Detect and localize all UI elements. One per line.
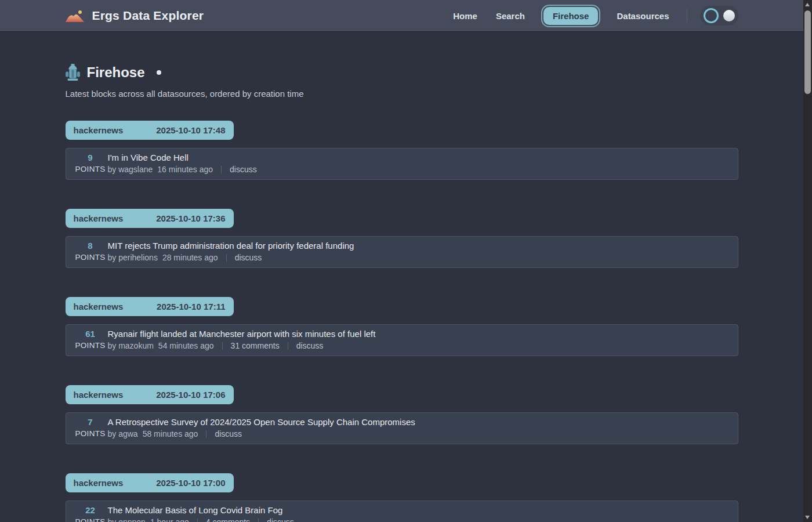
main-content: Firehose Latest blocks across all dataso… bbox=[66, 31, 738, 522]
points-value: 9 bbox=[75, 152, 106, 164]
block-author: by mazokum bbox=[108, 340, 154, 351]
app-title: Ergs Data Explorer bbox=[92, 9, 204, 23]
meta-divider bbox=[221, 166, 222, 173]
theme-dark-button[interactable] bbox=[704, 8, 719, 23]
viewport: Ergs Data Explorer HomeSearchFirehoseDat… bbox=[0, 0, 803, 522]
datasource-badge[interactable]: hackernews 2025-10-10 17:11 bbox=[66, 297, 234, 316]
block-meta: by wagslane 16 minutes ago discuss bbox=[108, 164, 257, 175]
block-age: 1 hour ago bbox=[150, 516, 189, 522]
block-card: 22 POINTS The Molecular Basis of Long Co… bbox=[66, 501, 738, 522]
meta-divider bbox=[197, 519, 198, 522]
brand[interactable]: Ergs Data Explorer bbox=[66, 9, 204, 23]
block-content: Ryanair flight landed at Manchester airp… bbox=[108, 328, 376, 351]
block-group: hackernews 2025-10-10 17:36 8 POINTS MIT… bbox=[66, 209, 738, 268]
block-title[interactable]: Ryanair flight landed at Manchester airp… bbox=[108, 328, 376, 340]
block-card: 7 POINTS A Retrospective Survey of 2024/… bbox=[66, 412, 738, 444]
datasource-name: hackernews bbox=[74, 390, 124, 400]
datasource-badge[interactable]: hackernews 2025-10-10 17:48 bbox=[66, 121, 234, 140]
nav-link-datasources[interactable]: Datasources bbox=[617, 8, 669, 24]
block-content: The Molecular Basis of Long Covid Brain … bbox=[108, 505, 294, 522]
block-title[interactable]: I'm in Vibe Code Hell bbox=[108, 152, 257, 164]
block-title[interactable]: A Retrospective Survey of 2024/2025 Open… bbox=[108, 416, 415, 428]
block-card: 8 POINTS MIT rejects Trump administratio… bbox=[66, 236, 738, 268]
discuss-link[interactable]: discuss bbox=[235, 252, 262, 263]
points-value: 61 bbox=[75, 328, 106, 340]
points-value: 8 bbox=[75, 240, 106, 252]
block-timestamp: 2025-10-10 17:48 bbox=[156, 125, 225, 135]
nav-link-search[interactable]: Search bbox=[496, 8, 525, 24]
comments-link[interactable]: 31 comments bbox=[231, 340, 280, 351]
points-value: 22 bbox=[75, 505, 106, 516]
block-author: by agwa bbox=[108, 428, 138, 440]
discuss-link[interactable]: discuss bbox=[296, 340, 324, 351]
points: 9 POINTS bbox=[75, 152, 106, 175]
block-title[interactable]: The Molecular Basis of Long Covid Brain … bbox=[108, 505, 294, 516]
block-card: 9 POINTS I'm in Vibe Code Hell by wagsla… bbox=[66, 148, 738, 180]
nav-divider bbox=[687, 9, 687, 23]
points: 7 POINTS bbox=[75, 416, 106, 440]
datasource-name: hackernews bbox=[74, 478, 124, 488]
block-group: hackernews 2025-10-10 17:11 61 POINTS Ry… bbox=[66, 297, 738, 356]
datasource-name: hackernews bbox=[74, 125, 124, 135]
navbar: Ergs Data Explorer HomeSearchFirehoseDat… bbox=[0, 0, 803, 31]
page-subtitle: Latest blocks across all datasources, or… bbox=[66, 89, 738, 99]
main-nav: HomeSearchFirehoseDatasources bbox=[453, 6, 738, 26]
block-author: by onnnon bbox=[108, 516, 146, 522]
nav-link-home[interactable]: Home bbox=[453, 8, 477, 24]
datasource-name: hackernews bbox=[74, 213, 124, 223]
scroll-down-arrow[interactable] bbox=[803, 513, 812, 522]
page-heading: Firehose bbox=[66, 64, 738, 81]
theme-toggle bbox=[700, 6, 738, 26]
datasource-badge[interactable]: hackernews 2025-10-10 17:36 bbox=[66, 209, 234, 228]
points-label: POINTS bbox=[75, 252, 106, 263]
points: 8 POINTS bbox=[75, 240, 106, 263]
nav-link-firehose[interactable]: Firehose bbox=[543, 7, 599, 25]
points: 22 POINTS bbox=[75, 505, 106, 522]
meta-divider bbox=[288, 342, 288, 350]
block-author: by perihelions bbox=[108, 252, 158, 263]
meta-divider bbox=[222, 342, 223, 350]
block-content: A Retrospective Survey of 2024/2025 Open… bbox=[108, 416, 415, 440]
points-label: POINTS bbox=[75, 340, 106, 351]
block-group: hackernews 2025-10-10 17:48 9 POINTS I'm… bbox=[66, 121, 738, 180]
block-content: I'm in Vibe Code Hell by wagslane 16 min… bbox=[108, 152, 257, 175]
block-meta: by mazokum 54 minutes ago 31 comments di… bbox=[108, 340, 376, 351]
block-title[interactable]: MIT rejects Trump administration deal fo… bbox=[108, 240, 354, 252]
datasource-badge[interactable]: hackernews 2025-10-10 17:00 bbox=[66, 473, 234, 492]
block-age: 28 minutes ago bbox=[162, 252, 218, 263]
meta-divider bbox=[226, 254, 227, 262]
block-author: by wagslane bbox=[108, 164, 153, 175]
mountain-sunset-icon bbox=[66, 9, 84, 22]
scrollbar[interactable] bbox=[803, 0, 812, 522]
block-age: 54 minutes ago bbox=[158, 340, 214, 351]
page-title: Firehose bbox=[87, 64, 145, 81]
block-timestamp: 2025-10-10 17:11 bbox=[157, 302, 225, 311]
block-timestamp: 2025-10-10 17:36 bbox=[156, 213, 225, 223]
block-age: 58 minutes ago bbox=[143, 428, 198, 440]
block-group: hackernews 2025-10-10 17:06 7 POINTS A R… bbox=[66, 385, 738, 444]
meta-divider bbox=[206, 430, 206, 438]
discuss-link[interactable]: discuss bbox=[230, 164, 257, 175]
block-meta: by onnnon 1 hour ago 4 comments discuss bbox=[108, 516, 294, 522]
points-label: POINTS bbox=[75, 164, 106, 175]
comments-link[interactable]: 4 comments bbox=[206, 516, 250, 522]
navbar-inner: Ergs Data Explorer HomeSearchFirehoseDat… bbox=[66, 0, 738, 31]
scrollbar-thumb[interactable] bbox=[804, 10, 811, 94]
block-timestamp: 2025-10-10 17:00 bbox=[156, 478, 225, 488]
theme-light-button[interactable] bbox=[723, 10, 735, 21]
block-meta: by agwa 58 minutes ago discuss bbox=[108, 428, 415, 440]
block-list: hackernews 2025-10-10 17:48 9 POINTS I'm… bbox=[66, 121, 738, 522]
block-group: hackernews 2025-10-10 17:00 22 POINTS Th… bbox=[66, 473, 738, 522]
fire-hydrant-icon bbox=[66, 64, 80, 81]
discuss-link[interactable]: discuss bbox=[267, 516, 294, 522]
block-card: 61 POINTS Ryanair flight landed at Manch… bbox=[66, 324, 738, 356]
block-age: 16 minutes ago bbox=[157, 164, 213, 175]
scroll-up-arrow[interactable] bbox=[803, 0, 812, 9]
nav-links: HomeSearchFirehoseDatasources bbox=[453, 7, 669, 25]
datasource-name: hackernews bbox=[74, 302, 124, 311]
discuss-link[interactable]: discuss bbox=[215, 428, 242, 440]
points: 61 POINTS bbox=[75, 328, 106, 351]
block-meta: by perihelions 28 minutes ago discuss bbox=[108, 252, 354, 263]
meta-divider bbox=[258, 519, 259, 522]
datasource-badge[interactable]: hackernews 2025-10-10 17:06 bbox=[66, 385, 234, 404]
